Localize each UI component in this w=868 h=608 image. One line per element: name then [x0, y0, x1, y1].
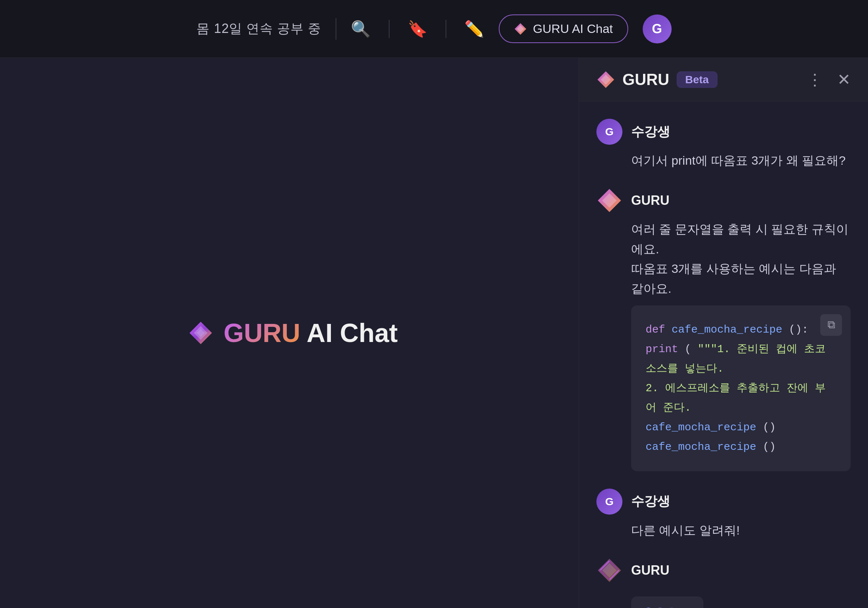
divider-3 — [446, 20, 446, 38]
topbar: 몸 12일 연속 공부 중 🔍 🔖 ✏️ GURU AI Chat G — [0, 0, 868, 58]
chat-header-actions: ⋮ ✕ — [807, 70, 851, 89]
bookmark-icon[interactable]: 🔖 — [408, 20, 428, 38]
sender-name-1: 수강생 — [631, 123, 670, 141]
message-content-2: 여러 줄 문자열을 출력 시 필요한 규칙이에요. 따옴표 3개를 사용하는 예… — [597, 219, 851, 471]
message-group-1: G 수강생 여기서 print에 따옴표 3개가 왜 필요해? — [597, 119, 851, 170]
center-rest-text: AI Chat — [300, 319, 397, 347]
streak-text: 몸 12일 연속 공부 중 — [196, 20, 321, 37]
sender-name-4: GURU — [631, 563, 670, 578]
more-options-button[interactable]: ⋮ — [807, 70, 823, 89]
message-content-4 — [597, 589, 851, 608]
guru-text-line1: 여러 줄 문자열을 출력 시 필요한 규칙이에요. — [631, 219, 851, 259]
guru-diamond-svg-1 — [597, 187, 622, 213]
guru-avatar-2 — [597, 557, 622, 583]
chat-messages: G 수강생 여기서 print에 따옴표 3개가 왜 필요해? — [579, 101, 868, 608]
edit-icon[interactable]: ✏️ — [464, 20, 484, 38]
code-line-2: print ( """1. 준비된 컵에 초코소스를 넣는다. — [646, 339, 836, 379]
message-content-1: 여기서 print에 따옴표 3개가 왜 필요해? — [597, 151, 851, 170]
chat-guru-icon — [597, 70, 615, 89]
guru-chat-badge[interactable]: GURU AI Chat — [158, 304, 428, 362]
sender-name-2: GURU — [631, 193, 670, 208]
main-content-area: GURU AI Chat — [0, 58, 586, 608]
copy-code-button[interactable]: ⧉ — [820, 314, 842, 336]
search-icon[interactable]: 🔍 — [351, 20, 371, 38]
message-header-4: GURU — [597, 557, 851, 583]
message-content-3: 다른 예시도 알려줘! — [597, 521, 851, 540]
student-avatar-2: G — [597, 488, 622, 515]
chat-header-title: GURU Beta — [597, 70, 798, 89]
message-header-2: GURU — [597, 187, 851, 213]
guru-ai-chat-button[interactable]: GURU AI Chat — [499, 14, 628, 43]
sender-name-3: 수강생 — [631, 493, 670, 510]
topbar-icons: 🔍 🔖 ✏️ — [351, 20, 484, 38]
code-line-3: 2. 에스프레소를 추출하고 잔에 부어 준다. — [646, 379, 836, 418]
user-avatar[interactable]: G — [643, 14, 672, 44]
code-line-1: def cafe_mocha_recipe (): — [646, 320, 836, 339]
message-group-3: G 수강생 다른 예시도 알려줘! — [597, 488, 851, 540]
center-guru-word: GURU — [223, 319, 300, 347]
divider-1 — [336, 18, 336, 40]
chat-panel: GURU Beta ⋮ ✕ G 수강생 여기서 print에 따옴표 3개가 왜… — [579, 58, 868, 608]
close-chat-button[interactable]: ✕ — [837, 70, 851, 89]
code-line-4: cafe_mocha_recipe () — [646, 418, 836, 437]
loading-indicator — [631, 596, 704, 608]
center-diamond-icon — [188, 320, 213, 346]
code-block-1: ⧉ def cafe_mocha_recipe (): print ( """1… — [631, 305, 851, 471]
guru-btn-label: GURU AI Chat — [533, 22, 613, 36]
message-group-2: GURU 여러 줄 문자열을 출력 시 필요한 규칙이에요. 따옴표 3개를 사… — [597, 187, 851, 471]
chat-header: GURU Beta ⋮ ✕ — [579, 58, 868, 101]
student-avatar-1: G — [597, 119, 622, 145]
center-badge-text: GURU AI Chat — [223, 318, 397, 348]
message-group-4: GURU — [597, 557, 851, 608]
message-header-1: G 수강생 — [597, 119, 851, 145]
beta-badge: Beta — [677, 71, 718, 88]
guru-diamond-svg-2 — [597, 557, 622, 583]
guru-diamond-icon — [514, 22, 527, 36]
chat-title: GURU — [622, 71, 670, 89]
divider-2 — [389, 20, 389, 38]
guru-avatar-1 — [597, 187, 622, 213]
code-line-5: cafe_mocha_recipe () — [646, 437, 836, 457]
guru-text-line2: 따옴표 3개를 사용하는 예시는 다음과 같아요. — [631, 259, 851, 298]
message-header-3: G 수강생 — [597, 488, 851, 515]
